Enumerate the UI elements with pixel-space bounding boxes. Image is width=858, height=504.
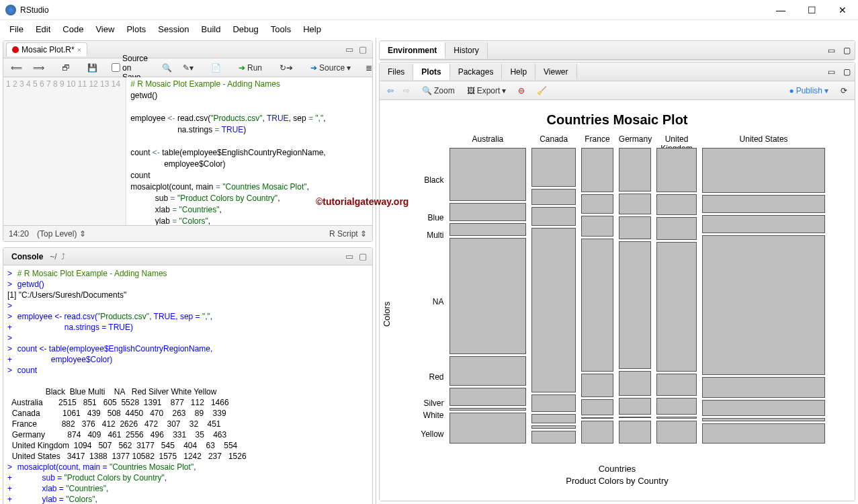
tab-help[interactable]: Help [502,64,535,80]
menu-file[interactable]: File [4,22,29,36]
row-label: Yellow [421,429,443,439]
pane-collapse-icon[interactable]: ▭ [343,250,356,263]
mosaic-cell [656,148,696,192]
source-button[interactable]: ➔Source ▾ [307,61,354,75]
forward-button[interactable]: ⟹ [30,61,48,75]
menu-edit[interactable]: Edit [30,22,56,36]
menu-session[interactable]: Session [153,22,194,36]
mosaic-cell [581,216,613,237]
col-label: United States [702,134,826,144]
close-button[interactable]: ✕ [827,0,858,20]
refresh-plot-button[interactable]: ⟳ [837,84,851,97]
plot-next-button[interactable]: ⇨ [400,84,413,97]
publish-button[interactable]: ● Publish ▾ [785,84,832,97]
mosaic-cell [581,421,613,444]
row-label: Silver [423,398,443,408]
minimize-button[interactable]: — [765,0,796,20]
tab-label: Mosaic Plot.R* [22,45,75,54]
show-in-new-window-button[interactable]: 🗗 [58,61,73,75]
mosaic-cell [619,216,651,239]
mosaic-cell [619,398,651,415]
mosaic-cell [619,148,651,192]
menu-view[interactable]: View [90,22,120,36]
language-indicator[interactable]: R Script ⇕ [329,229,367,239]
watermark: ©tutorialgateway.org [316,196,409,207]
tab-packages[interactable]: Packages [450,64,503,80]
tab-plots[interactable]: Plots [413,64,449,80]
mosaic-cell [449,223,527,236]
pane-maximize-icon[interactable]: ▢ [839,43,855,58]
find-button[interactable]: 🔍 [159,61,175,75]
plot-ylabel: Colors [382,302,392,327]
mosaic-cell [702,195,826,213]
mosaic-cell [531,414,576,423]
row-label: White [423,411,444,420]
mosaic-cell [531,425,576,429]
mosaic-cell [702,377,826,398]
mosaic-cell [702,148,826,193]
plot-subtitle: Product Colors by Country [402,476,832,486]
mosaic-cell [619,421,651,444]
mosaic-cell [702,423,826,444]
app-title: RStudio [20,5,49,15]
col-label: Canada [531,134,576,144]
mosaic-cell [702,418,826,421]
row-label: Multi [427,230,443,240]
export-button[interactable]: 🖼 Export ▾ [464,84,510,97]
row-label: Black [424,175,443,185]
menu-plots[interactable]: Plots [121,22,151,36]
pane-collapse-icon[interactable]: ▭ [824,43,839,58]
row-label: NA [433,297,444,306]
compile-report-button[interactable]: 📄 [208,61,224,75]
close-tab-icon[interactable]: × [77,46,81,54]
mosaic-cell [581,194,613,213]
mosaic-cell [702,400,826,416]
menu-debug[interactable]: Debug [227,22,263,36]
mosaic-cell [531,394,576,412]
col-label: France [581,134,613,144]
menu-code[interactable]: Code [57,22,89,36]
menu-bar: FileEditCodeViewPlotsSessionBuildDebugTo… [0,20,858,38]
mosaic-cell [449,203,527,221]
console-popout-icon[interactable]: ⤴ [58,249,68,264]
plots-pane: FilesPlotsPackagesHelpViewer ▭ ▢ ⇦ ⇨ 🔍 Z… [379,62,855,501]
menu-build[interactable]: Build [196,22,226,36]
mosaic-cell [449,388,527,407]
outline-button[interactable]: ≣ [362,61,376,75]
remove-plot-button[interactable]: ⊖ [515,84,528,97]
zoom-button[interactable]: 🔍 Zoom [419,84,458,97]
environment-pane: EnvironmentHistory ▭ ▢ [379,40,855,60]
rerun-button[interactable]: ↻➔ [276,61,296,75]
console-path: ~/ [48,249,58,264]
tab-files[interactable]: Files [380,64,413,80]
plot-prev-button[interactable]: ⇦ [384,84,397,97]
save-button[interactable]: 💾 [84,61,101,75]
wand-button[interactable]: ✎▾ [179,61,197,75]
mosaic-cell [656,421,696,444]
back-button[interactable]: ⟸ [7,61,26,75]
clear-plots-button[interactable]: 🧹 [533,84,550,97]
r-file-icon [12,46,19,53]
pane-maximize-icon[interactable]: ▢ [356,43,370,56]
mosaic-cell [619,241,651,369]
pane-collapse-icon[interactable]: ▭ [343,43,356,56]
tab-history[interactable]: History [445,42,487,58]
console-output[interactable]: > # R Mosaic Plot Example - Adding Names… [3,265,372,504]
menu-tools[interactable]: Tools [265,22,296,36]
tab-viewer[interactable]: Viewer [535,64,576,80]
scope-indicator[interactable]: (Top Level) ⇕ [37,229,86,239]
mosaic-cell [449,356,527,386]
run-button[interactable]: ➔Run [235,61,265,75]
mosaic-cell [449,408,527,411]
pane-collapse-icon[interactable]: ▭ [824,65,839,79]
cursor-position: 14:20 [9,229,29,239]
tab-environment[interactable]: Environment [380,42,445,58]
mosaic-cell [531,148,576,187]
pane-maximize-icon[interactable]: ▢ [839,65,855,79]
maximize-button[interactable]: ☐ [796,0,827,20]
menu-help[interactable]: Help [298,22,327,36]
plot-xlabel: Countries [402,464,832,474]
pane-maximize-icon[interactable]: ▢ [356,250,370,263]
source-tab[interactable]: Mosaic Plot.R* × [6,42,87,56]
mosaic-cell [581,417,613,419]
